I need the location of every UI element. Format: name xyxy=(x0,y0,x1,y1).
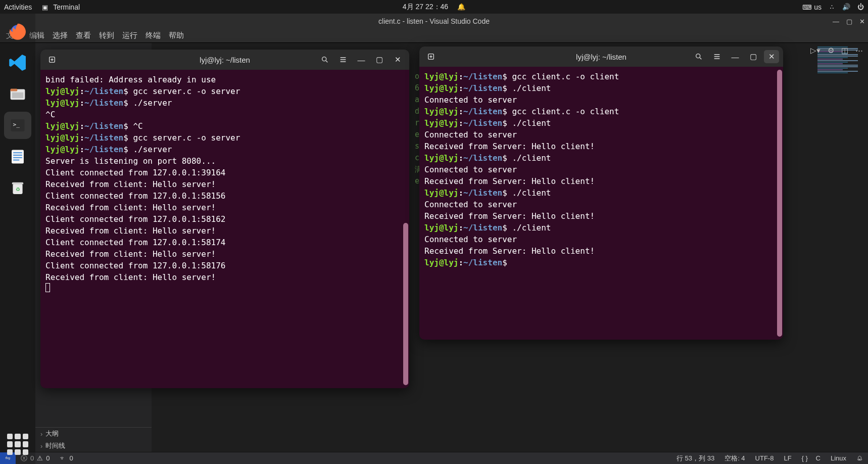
terminal-line: Connected to server xyxy=(424,129,778,141)
ports-count: 0 xyxy=(69,454,73,462)
window-minimize-button[interactable]: — xyxy=(354,53,369,66)
menu-item[interactable]: 帮助 xyxy=(169,31,184,40)
language-label: C xyxy=(816,454,821,462)
dock-texteditor[interactable] xyxy=(4,143,31,170)
dock-vscode[interactable] xyxy=(4,49,31,76)
dock-terminal[interactable]: >_ xyxy=(4,112,31,139)
terminal-line: Received from Server: Hello client! xyxy=(424,141,778,152)
timeline-section[interactable]: 时间线 xyxy=(35,440,152,452)
encoding[interactable]: UTF-8 xyxy=(750,454,779,463)
notifications-button[interactable]: 🕭 xyxy=(851,454,868,463)
active-app[interactable]: ▣ Terminal xyxy=(42,3,80,11)
ports-indicator[interactable]: ᯤ0 xyxy=(55,454,78,462)
svg-rect-7 xyxy=(13,152,22,153)
terminal-line: Client connected from 127.0.0.1:58176 xyxy=(45,260,404,271)
terminal-line: Received from Server: Hello client! xyxy=(424,175,778,187)
gear-icon[interactable]: ⚙ xyxy=(828,46,834,55)
cursor-position[interactable]: 行 53，列 33 xyxy=(671,454,719,463)
timeline-label: 时间线 xyxy=(45,441,65,450)
terminal-line: lyj@lyj:~/listen$ gcc server.c -o server xyxy=(45,132,404,144)
minimap[interactable] xyxy=(815,46,866,117)
terminal-line: Client connected from 127.0.0.1:39164 xyxy=(45,167,404,178)
dock-firefox[interactable] xyxy=(4,18,31,45)
terminal-header: lyj@lyj: ~/listen — ▢ ✕ xyxy=(419,47,783,67)
menu-item[interactable]: 终端 xyxy=(146,31,161,40)
terminal-line: Client connected from 127.0.0.1:58162 xyxy=(45,213,404,225)
os-indicator[interactable]: Linux xyxy=(826,454,851,463)
outline-section[interactable]: 大纲 xyxy=(35,428,152,440)
terminal-line: Connected to server xyxy=(424,199,778,210)
dock-trash[interactable]: ♻ xyxy=(4,174,31,202)
new-tab-button[interactable] xyxy=(44,53,60,66)
terminal-app-icon: ▣ xyxy=(42,4,48,11)
activities-button[interactable]: Activities xyxy=(4,3,32,11)
svg-rect-2 xyxy=(11,89,18,91)
terminal-header: lyj@lyj: ~/listen — ▢ ✕ xyxy=(40,50,409,70)
terminal-line: Received from Server: Hello client! xyxy=(424,245,778,257)
window-minimize-button[interactable]: — xyxy=(728,50,743,63)
notification-icon[interactable]: 🔔 xyxy=(457,3,465,11)
vscode-titlebar: client.c - listen - Visual Studio Code —… xyxy=(0,14,868,29)
terminal-line: lyj@lyj:~/listen$ ./client xyxy=(424,222,778,234)
clock[interactable]: 4月 27 22：46 xyxy=(403,3,448,12)
svg-point-17 xyxy=(696,54,700,58)
hamburger-menu-button[interactable] xyxy=(335,53,351,66)
dock-apps-grid[interactable] xyxy=(7,434,28,455)
svg-rect-6 xyxy=(12,150,24,163)
power-icon[interactable]: ⏻ xyxy=(857,3,864,11)
terminal-line: Received from Server: Hello client! xyxy=(424,210,778,222)
search-button[interactable] xyxy=(691,50,706,63)
vscode-statusbar: ⇋ ⓧ0 ⚠0 ᯤ0 行 53，列 33 空格: 4 UTF-8 LF { } … xyxy=(0,452,868,464)
terminal-line: Connected to server xyxy=(424,94,778,106)
outline-label: 大纲 xyxy=(45,429,59,438)
more-icon[interactable]: ⋯ xyxy=(855,46,863,55)
window-close-button[interactable]: ✕ xyxy=(859,18,865,25)
terminal-scrollbar[interactable] xyxy=(777,70,782,337)
window-minimize-button[interactable]: — xyxy=(833,18,839,25)
window-maximize-button[interactable]: ▢ xyxy=(372,53,387,66)
terminal-body[interactable]: lyj@lyj:~/listen$ gcc client.c -o client… xyxy=(419,67,783,340)
eol[interactable]: LF xyxy=(779,454,796,463)
menu-item[interactable]: 运行 xyxy=(122,31,137,40)
warning-icon: ⚠ xyxy=(37,454,43,462)
gnome-topbar: Activities ▣ Terminal 4月 27 22：46 🔔 ⌨ us… xyxy=(0,0,868,14)
terminal-title: lyj@lyj: ~/listen xyxy=(576,53,626,61)
terminal-scrollbar[interactable] xyxy=(403,73,408,385)
input-source[interactable]: ⌨ us xyxy=(802,3,822,11)
window-close-button[interactable]: ✕ xyxy=(764,50,779,63)
warning-count: 0 xyxy=(46,454,50,462)
menu-item[interactable]: 选择 xyxy=(53,31,68,40)
indentation[interactable]: 空格: 4 xyxy=(719,454,750,463)
svg-text:♻: ♻ xyxy=(16,187,20,192)
svg-rect-12 xyxy=(12,182,23,184)
terminal-line: Server is listening on port 8080... xyxy=(45,155,404,167)
window-maximize-button[interactable]: ▢ xyxy=(746,50,761,63)
active-app-label: Terminal xyxy=(53,3,80,11)
terminal-line: lyj@lyj:~/listen$ gcc client.c -o client xyxy=(424,106,778,117)
menu-item[interactable]: 转到 xyxy=(99,31,114,40)
new-tab-button[interactable] xyxy=(423,50,439,63)
terminal-line: Received from client: Hello server! xyxy=(45,271,404,283)
menu-item[interactable]: 查看 xyxy=(76,31,91,40)
search-button[interactable] xyxy=(317,53,332,66)
network-icon[interactable]: ⛬ xyxy=(829,3,835,11)
terminal-line: lyj@lyj:~/listen$ ./server xyxy=(45,144,404,155)
terminal-line: lyj@lyj:~/listen$ ./client xyxy=(424,82,778,94)
terminal-line: Received from client: Hello server! xyxy=(45,225,404,237)
terminal-line: Connected to server xyxy=(424,234,778,245)
terminal-line: Client connected from 127.0.0.1:58174 xyxy=(45,237,404,248)
hamburger-menu-button[interactable] xyxy=(709,50,725,63)
window-maximize-button[interactable]: ▢ xyxy=(846,18,852,25)
language-mode[interactable]: { } C xyxy=(797,454,826,463)
terminal-body[interactable]: bind failed: Address already in uselyj@l… xyxy=(40,70,409,388)
ubuntu-dock: >_ ♻ xyxy=(0,14,35,464)
run-icon[interactable]: ▷▾ xyxy=(810,46,821,55)
dock-files[interactable] xyxy=(4,80,31,108)
terminal-line: Client connected from 127.0.0.1:58156 xyxy=(45,190,404,202)
svg-rect-3 xyxy=(12,92,23,98)
svg-rect-9 xyxy=(13,157,22,158)
window-close-button[interactable]: ✕ xyxy=(390,53,405,66)
split-icon[interactable]: ◫ xyxy=(841,46,848,55)
volume-icon[interactable]: 🔊 xyxy=(842,3,850,11)
terminal-line: lyj@lyj:~/listen$ ./server xyxy=(45,97,404,109)
